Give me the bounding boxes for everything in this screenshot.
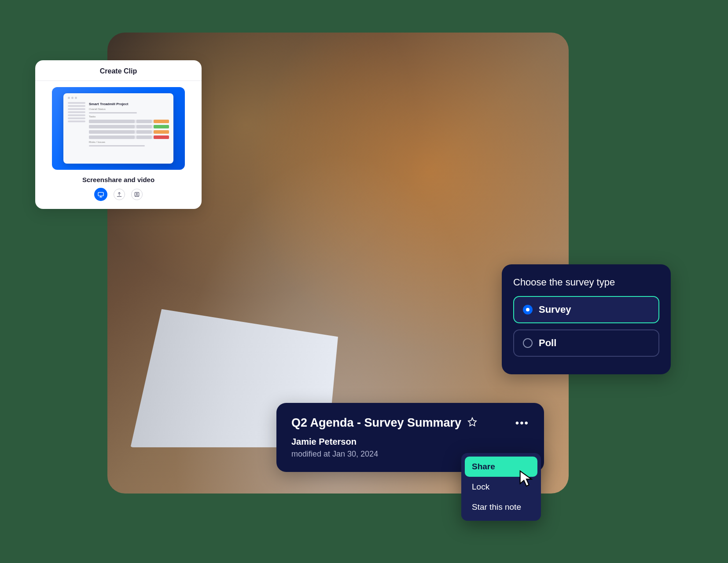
- survey-option-survey[interactable]: Survey: [513, 296, 659, 323]
- upload-button[interactable]: [114, 189, 125, 200]
- star-icon[interactable]: [467, 417, 477, 429]
- clip-preview[interactable]: Smart Treadmill Project Overall Status T…: [52, 87, 185, 170]
- radio-unselected-icon: [523, 338, 533, 348]
- svg-point-2: [136, 193, 138, 194]
- preview-section-3: Risks / Issues: [89, 141, 169, 143]
- person-icon: [134, 191, 140, 197]
- create-clip-title: Create Clip: [100, 67, 137, 80]
- divider: [35, 80, 202, 81]
- survey-option-label: Survey: [539, 304, 571, 315]
- radio-selected-icon: [523, 305, 533, 314]
- survey-option-poll[interactable]: Poll: [513, 329, 659, 357]
- survey-type-title: Choose the survey type: [513, 277, 659, 288]
- clip-footer-label: Screenshare and video: [82, 176, 154, 183]
- context-item-star[interactable]: Star this note: [465, 497, 537, 517]
- agenda-title: Q2 Agenda - Survey Summary: [291, 416, 461, 430]
- preview-doc-title: Smart Treadmill Project: [89, 102, 169, 106]
- survey-option-label: Poll: [539, 337, 556, 349]
- create-clip-card: Create Clip Smart Treadmill Project Over…: [35, 60, 202, 209]
- preview-section-1: Overall Status: [89, 108, 169, 110]
- camera-button[interactable]: [131, 189, 143, 200]
- context-menu: Share Lock Star this note: [461, 453, 541, 521]
- preview-section-2: Tasks: [89, 115, 169, 118]
- agenda-author: Jamie Peterson: [291, 437, 529, 447]
- upload-icon: [116, 191, 122, 197]
- screenshare-icon: [97, 191, 104, 198]
- more-icon[interactable]: •••: [515, 417, 529, 429]
- context-item-share[interactable]: Share: [465, 457, 537, 477]
- clip-button-row: [94, 188, 143, 201]
- context-item-lock[interactable]: Lock: [465, 477, 537, 497]
- svg-rect-0: [98, 192, 103, 196]
- survey-type-card: Choose the survey type Survey Poll: [502, 264, 671, 374]
- screenshare-button[interactable]: [94, 188, 107, 201]
- clip-preview-document: Smart Treadmill Project Overall Status T…: [63, 93, 173, 164]
